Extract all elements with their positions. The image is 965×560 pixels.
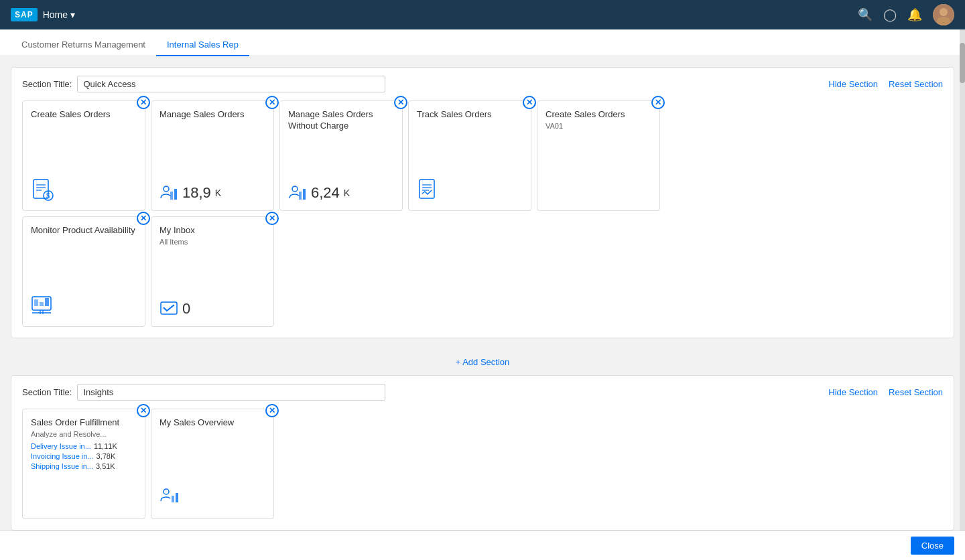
track-doc-icon xyxy=(417,178,441,202)
tab-customer-returns[interactable]: Customer Returns Management xyxy=(11,34,156,56)
insights-cards: ✕ Sales Order Fulfillment Analyze and Re… xyxy=(22,409,943,519)
card-content: 18,9 K xyxy=(159,121,265,202)
insights-section: Section Title: Hide Section Reset Sectio… xyxy=(11,375,954,531)
card-title: Sales Order Fulfillment xyxy=(31,417,137,429)
insight-value: 11,11K xyxy=(94,442,117,450)
insights-title-input[interactable] xyxy=(77,384,385,401)
section-title-row: Section Title: xyxy=(22,76,385,92)
card-title: Manage Sales Orders xyxy=(159,109,265,121)
metric-value: 18,9 xyxy=(182,184,211,202)
section-title-label: Section Title: xyxy=(22,79,72,89)
card-close-sales-fulfillment[interactable]: ✕ xyxy=(137,404,150,417)
avatar[interactable] xyxy=(933,4,954,25)
bell-icon[interactable]: 🔔 xyxy=(907,7,922,22)
svg-rect-29 xyxy=(176,493,178,502)
card-my-sales-overview[interactable]: ✕ My Sales Overview xyxy=(151,409,274,519)
card-icon-area xyxy=(31,294,55,318)
card-close-manage-without-charge[interactable]: ✕ xyxy=(394,96,407,109)
insight-rows: Delivery Issue in... 11,11K Invoicing Is… xyxy=(31,442,137,470)
person-chart-icon xyxy=(159,184,178,202)
scrollbar-track[interactable] xyxy=(960,29,965,531)
insight-value: 3,78K xyxy=(96,452,116,460)
card-subtitle: Analyze and Resolve... xyxy=(31,430,137,438)
svg-point-9 xyxy=(164,186,169,192)
insight-value: 3,51K xyxy=(96,462,115,470)
header-right: 🔍 ◯ 🔔 xyxy=(858,4,954,25)
card-create-sales-orders-1[interactable]: ✕ Create Sales Orders $ xyxy=(22,100,145,211)
card-title: Manage Sales Orders Without Charge xyxy=(288,109,394,132)
card-close-track-sales-orders[interactable]: ✕ xyxy=(523,96,536,109)
svg-rect-20 xyxy=(34,299,38,306)
card-title: Create Sales Orders xyxy=(31,109,137,121)
sap-logo[interactable]: SAP xyxy=(11,8,38,21)
metric-value: 6,24 xyxy=(311,184,340,202)
svg-rect-10 xyxy=(170,192,173,200)
hide-section-button[interactable]: Hide Section xyxy=(828,79,878,89)
svg-rect-11 xyxy=(174,189,177,200)
card-close-my-inbox[interactable]: ✕ xyxy=(265,212,279,225)
insights-actions: Hide Section Reset Section xyxy=(828,387,943,397)
metric-unit: K xyxy=(344,188,350,198)
quick-access-actions: Hide Section Reset Section xyxy=(828,79,943,89)
svg-point-1 xyxy=(940,8,948,16)
card-my-inbox[interactable]: ✕ My Inbox All Items 0 xyxy=(151,216,274,327)
home-arrow: ▾ xyxy=(70,9,75,20)
close-button[interactable]: Close xyxy=(911,537,954,555)
insight-label[interactable]: Delivery Issue in... xyxy=(31,442,91,450)
card-close-create-sales-orders-1[interactable]: ✕ xyxy=(137,96,150,109)
card-manage-sales-orders[interactable]: ✕ Manage Sales Orders 18,9 K xyxy=(151,100,274,211)
svg-rect-21 xyxy=(40,302,44,306)
card-metric: 0 xyxy=(159,299,190,318)
card-title: My Sales Overview xyxy=(159,417,265,429)
card-content xyxy=(417,121,523,202)
sales-doc-icon: $ xyxy=(31,178,55,202)
quick-access-section: Section Title: Hide Section Reset Sectio… xyxy=(11,67,954,338)
card-content: 0 xyxy=(159,246,265,318)
insight-label[interactable]: Shipping Issue in... xyxy=(31,462,93,470)
insight-row: Invoicing Issue in... 3,78K xyxy=(31,452,137,460)
search-icon[interactable]: 🔍 xyxy=(858,7,873,22)
card-close-create-sales-orders-2[interactable]: ✕ xyxy=(651,96,665,109)
svg-point-12 xyxy=(292,186,298,192)
insights-hide-button[interactable]: Hide Section xyxy=(828,387,878,397)
insights-title-label: Section Title: xyxy=(22,387,72,397)
header-left: SAP Home ▾ xyxy=(11,8,75,21)
bottom-bar: Close xyxy=(0,531,965,560)
insights-reset-button[interactable]: Reset Section xyxy=(889,387,943,397)
availability-icon xyxy=(31,294,55,318)
card-content: 6,24 K xyxy=(288,132,394,202)
card-metric: 6,24 K xyxy=(288,184,350,202)
svg-rect-13 xyxy=(299,192,302,200)
svg-text:$: $ xyxy=(46,192,50,200)
card-sales-order-fulfillment[interactable]: ✕ Sales Order Fulfillment Analyze and Re… xyxy=(22,409,145,519)
settings-icon[interactable]: ◯ xyxy=(883,7,897,22)
scrollbar-thumb[interactable] xyxy=(960,43,965,83)
insight-label[interactable]: Invoicing Issue in... xyxy=(31,452,94,460)
card-monitor-product[interactable]: ✕ Monitor Product Availability xyxy=(22,216,145,327)
home-label: Home xyxy=(43,9,68,20)
add-section-row: + Add Section xyxy=(11,349,954,375)
inbox-check-icon xyxy=(159,299,178,318)
svg-point-27 xyxy=(164,489,169,494)
card-icon-area: $ xyxy=(31,178,55,202)
person-chart-icon-2 xyxy=(288,184,307,202)
svg-rect-14 xyxy=(303,189,306,200)
card-create-sales-orders-2[interactable]: ✕ Create Sales Orders VA01 xyxy=(537,100,660,211)
card-close-my-sales-overview[interactable]: ✕ xyxy=(265,404,279,417)
add-section-button[interactable]: + Add Section xyxy=(456,357,510,367)
svg-rect-15 xyxy=(420,180,434,198)
insight-row: Shipping Issue in... 3,51K xyxy=(31,462,137,470)
home-button[interactable]: Home ▾ xyxy=(43,9,75,20)
card-track-sales-orders[interactable]: ✕ Track Sales Orders xyxy=(408,100,531,211)
app-header: SAP Home ▾ 🔍 ◯ 🔔 xyxy=(0,0,965,29)
tab-internal-sales-rep[interactable]: Internal Sales Rep xyxy=(156,34,249,56)
reset-section-button[interactable]: Reset Section xyxy=(889,79,943,89)
card-content: $ xyxy=(31,121,137,202)
nav-tabs: Customer Returns Management Internal Sal… xyxy=(0,29,965,56)
insights-header: Section Title: Hide Section Reset Sectio… xyxy=(22,384,943,401)
card-title: Monitor Product Availability xyxy=(31,225,137,236)
quick-access-title-input[interactable] xyxy=(77,76,385,92)
card-close-manage-sales-orders[interactable]: ✕ xyxy=(265,96,279,109)
card-close-monitor-product[interactable]: ✕ xyxy=(137,212,150,225)
card-manage-without-charge[interactable]: ✕ Manage Sales Orders Without Charge 6,2… xyxy=(279,100,403,211)
